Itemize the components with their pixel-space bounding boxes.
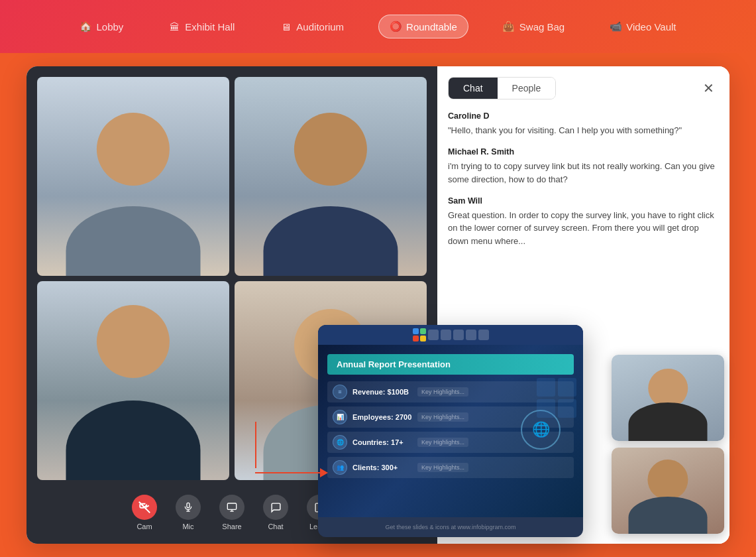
pres-row-4: 👥 Clients: 300+ Key Highlights...	[327, 457, 574, 478]
chat-header: Chat People ✕	[448, 77, 719, 99]
pres-row-label-1: Revenue: $100B	[352, 388, 412, 396]
side-thumb-2	[612, 448, 724, 534]
nav-swag-label: Swag Bag	[519, 21, 565, 32]
side-thumbnails	[612, 355, 724, 534]
pres-row-key-4: Key Highlights...	[417, 463, 468, 472]
cam-icon	[132, 495, 157, 520]
nav-vault-label: Video Vault	[626, 21, 676, 32]
cam-button[interactable]: Cam	[132, 495, 157, 530]
mic-label: Mic	[182, 523, 193, 530]
chat-tabs: Chat People	[448, 77, 556, 99]
pres-row-key-2: Key Highlights...	[417, 412, 468, 422]
msg-author-2: Michael R. Smith	[448, 146, 716, 158]
video-cell-3	[37, 281, 229, 480]
side-person-1	[612, 355, 724, 441]
pres-row-key-3: Key Highlights...	[417, 438, 468, 447]
nav-exhibit-hall[interactable]: 🏛 Exhibit Hall	[158, 15, 245, 38]
exhibit-icon: 🏛	[168, 21, 180, 32]
svg-rect-1	[187, 503, 189, 507]
mic-button[interactable]: Mic	[176, 495, 201, 530]
share-button[interactable]: Share	[219, 495, 244, 530]
video-cell-2	[235, 77, 427, 276]
msg-text-2: i'm trying to to copy survey link but it…	[448, 160, 716, 186]
share-label: Share	[222, 523, 241, 530]
cam-label: Cam	[136, 523, 152, 530]
msg-author-1: Caroline D	[448, 110, 716, 123]
nav-roundtable[interactable]: ⭕ Roundtable	[378, 15, 468, 38]
home-icon: 🏠	[80, 21, 91, 32]
tb-icon-5	[478, 330, 489, 340]
arrow-vertical	[255, 422, 256, 468]
nav-lobby-label: Lobby	[96, 21, 123, 32]
person-2	[235, 77, 427, 276]
pres-row-icon-1: ≡	[333, 385, 347, 399]
nav-roundtable-label: Roundtable	[406, 21, 457, 32]
presentation-title: Annual Report Presentation	[327, 354, 574, 375]
pres-row-icon-2: 📊	[333, 410, 347, 424]
pres-row-key-1: Key Highlights...	[417, 387, 468, 397]
nav-auditorium-label: Auditorium	[296, 21, 344, 32]
pres-row-label-3: Countries: 17+	[352, 438, 412, 446]
side-person-2	[612, 448, 724, 534]
roundtable-icon: ⭕	[390, 21, 402, 32]
msg-text-3: Great question. In order to copy the sur…	[448, 209, 716, 248]
msg-text-1: "Hello, thank you for visiting. Can I he…	[448, 124, 716, 137]
person-1	[37, 77, 229, 276]
nav-swag-bag[interactable]: 👜 Swag Bag	[492, 15, 575, 38]
msg-author-3: Sam Will	[448, 195, 716, 208]
video-cell-1	[37, 77, 229, 276]
pres-row-icon-3: 🌐	[333, 435, 347, 450]
tab-people[interactable]: People	[498, 78, 556, 99]
auditorium-icon: 🖥	[280, 21, 292, 32]
presentation-footer: Get these slides & icons at www.infobipg…	[318, 517, 583, 537]
tb-icon-1	[428, 330, 439, 340]
tab-chat[interactable]: Chat	[449, 78, 498, 99]
tb-icon-2	[441, 330, 451, 340]
vault-icon: 📹	[610, 21, 621, 32]
person-3	[37, 281, 229, 480]
tb-icon-4	[466, 330, 476, 340]
tb-icon-3	[453, 330, 464, 340]
presentation-overlay: Annual Report Presentation ≡ Revenue: $1…	[318, 325, 583, 537]
chat-message-2: Michael R. Smith i'm trying to to copy s…	[448, 146, 716, 186]
top-navigation: 🏠 Lobby 🏛 Exhibit Hall 🖥 Auditorium ⭕ Ro…	[0, 0, 756, 53]
arrow-indicator	[255, 422, 328, 477]
chat-message-3: Sam Will Great question. In order to cop…	[448, 195, 716, 247]
chat-button[interactable]: Chat	[263, 495, 288, 530]
pres-row-label-4: Clients: 300+	[352, 464, 412, 471]
chat-message-1: Caroline D "Hello, thank you for visitin…	[448, 110, 716, 137]
nav-exhibit-label: Exhibit Hall	[185, 21, 235, 32]
nav-auditorium[interactable]: 🖥 Auditorium	[269, 15, 354, 38]
chat-ctrl-label: Chat	[268, 523, 283, 530]
windows-logo	[413, 328, 426, 341]
close-button[interactable]: ✕	[698, 78, 719, 99]
side-thumb-1	[612, 355, 724, 441]
arrow-horizontal	[255, 472, 321, 473]
arrow-head	[320, 468, 328, 477]
share-icon	[219, 495, 244, 520]
pres-row-label-2: Employees: 2700	[352, 413, 412, 421]
presentation-content: Annual Report Presentation ≡ Revenue: $1…	[318, 345, 583, 517]
mic-icon	[176, 495, 201, 520]
chat-ctrl-icon	[263, 495, 288, 520]
nav-lobby[interactable]: 🏠 Lobby	[69, 15, 134, 38]
pres-taskbar-top	[318, 325, 583, 345]
svg-rect-4	[227, 503, 236, 509]
swag-icon: 👜	[503, 21, 515, 32]
nav-video-vault[interactable]: 📹 Video Vault	[599, 15, 686, 38]
pres-row-icon-4: 👥	[333, 460, 347, 475]
